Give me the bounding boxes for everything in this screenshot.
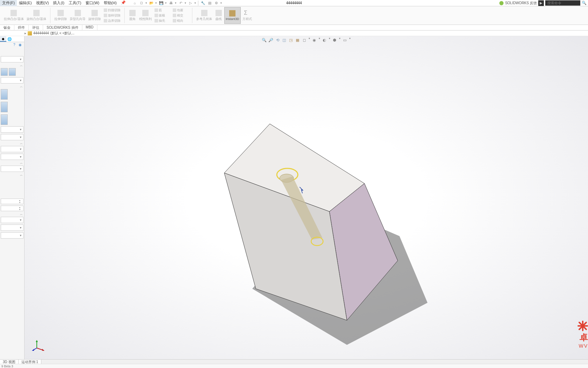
loft-cut-button[interactable]: 放样切除 <box>103 13 122 18</box>
tab-evaluate[interactable]: 评估 <box>29 25 43 30</box>
orientation-triad[interactable] <box>32 338 46 352</box>
feature-tree-tab[interactable]: ◆ <box>0 36 6 42</box>
menu-bar: 文件(F) 编辑(E) 视图(V) 插入(I) 工具(T) 窗口(W) 帮助(H… <box>0 0 588 6</box>
watermark-logo-icon <box>577 321 588 331</box>
section-collapse-3[interactable]: ︿ <box>0 141 24 145</box>
swept-cut-button[interactable]: 扫描切除 <box>103 8 122 13</box>
document-title: 44444444 <box>286 1 302 5</box>
extrude-boss-button[interactable]: 拉伸凸台/基体 <box>3 7 25 24</box>
panel-dropdown-4[interactable]: ▼ <box>1 134 23 140</box>
status-text: 9 Beta 3 <box>1 364 13 368</box>
tab-sheetmetal[interactable]: 钣金 <box>0 25 14 30</box>
mirror-button[interactable]: 镜向 <box>172 18 189 24</box>
option-icon-4[interactable] <box>1 102 8 112</box>
search-icon[interactable]: 🔍 <box>582 1 587 6</box>
watermark: 卓 WV <box>577 321 588 349</box>
menu-help[interactable]: 帮助(H) <box>102 0 119 6</box>
graphics-viewport[interactable]: 🔍 🔎 ⟲ ◫ ◳ ▦ ◻▼ ◉▼ ◐▼ ⬢▼ ▭▼ <box>25 36 588 359</box>
panel-dropdown-1[interactable]: ▼ <box>1 56 23 62</box>
tab-plugins[interactable]: SOLIDWORKS 插件 <box>43 25 82 30</box>
value-input-1[interactable]: ▲▼ <box>1 199 23 204</box>
options-icon[interactable]: ▤ <box>207 0 212 6</box>
revolve-cut-button[interactable]: 旋转切除 <box>87 7 102 24</box>
search-input[interactable] <box>545 0 580 6</box>
option-icon-3[interactable] <box>1 89 8 100</box>
display-tab[interactable]: 🌐 <box>6 36 13 42</box>
extrude-cut-button[interactable]: 拉伸切除 <box>53 7 68 24</box>
option-icon-1[interactable] <box>1 68 8 76</box>
bottom-tab-bar: 3D 视图 运动算例 1 <box>0 359 588 364</box>
panel-dropdown-3[interactable]: ▼ <box>1 126 23 133</box>
panel-dropdown-10[interactable]: ▼ <box>1 232 23 239</box>
section-collapse-1[interactable]: ︿ <box>0 63 24 67</box>
draft-button[interactable]: 拔模 <box>153 13 171 18</box>
menu-window[interactable]: 窗口(W) <box>83 0 102 6</box>
pin-panel-icon[interactable]: ◉ <box>19 43 23 47</box>
menu-edit[interactable]: 编辑(E) <box>17 0 34 6</box>
tab-motion-study[interactable]: 运动算例 1 <box>19 360 41 364</box>
expand-icon[interactable]: ▸ <box>25 31 26 35</box>
rebuild-icon[interactable]: 🔧 <box>200 0 206 6</box>
ribbon-toolbar: 拉伸凸台/基体 旋转凸台/基体 拉伸切除 异型孔向导 旋转切除 扫描切除 放样切… <box>0 6 588 25</box>
svg-marker-10 <box>42 349 45 351</box>
option-icon-2[interactable] <box>9 68 16 76</box>
section-collapse-5[interactable]: ︿ <box>0 173 24 177</box>
new-icon[interactable]: 🗋 <box>139 0 144 6</box>
home-icon[interactable]: ⌂ <box>132 0 138 6</box>
fillet-button[interactable]: 圆角 <box>128 7 137 24</box>
undo-icon[interactable]: ↶ <box>178 0 184 6</box>
curves-button[interactable]: 曲线 <box>214 7 224 24</box>
shell-button[interactable]: 抽壳 <box>153 18 171 24</box>
tab-mbd[interactable]: MBD <box>82 25 97 30</box>
svg-marker-8 <box>36 340 38 342</box>
select-icon[interactable]: ▷ <box>188 0 193 6</box>
pattern-button[interactable]: 线性阵列 <box>138 7 153 24</box>
option-icon-5[interactable] <box>1 114 8 125</box>
panel-dropdown-5[interactable]: ▼ <box>1 146 23 152</box>
value-input-2[interactable]: ▲▼ <box>1 206 23 211</box>
menu-insert[interactable]: 插入(I) <box>51 0 66 6</box>
panel-dropdown-9[interactable]: ▼ <box>1 225 23 231</box>
svg-marker-12 <box>32 349 34 351</box>
boundary-cut-button[interactable]: 边界切除 <box>103 18 122 24</box>
panel-dropdown-8[interactable]: ▼ <box>1 217 23 223</box>
property-manager-panel: ◆ 🌐 ? ◉ ▼ ︿ ▼ ︿ ▼ ▼ ︿ ▼ ▼ ︿ ▼ ︿ ▲▼ ▲▼ ︿ <box>0 36 25 359</box>
watermark-text: 卓 <box>577 332 588 343</box>
breadcrumb-config[interactable]: (默认 < <默认... <box>50 31 75 36</box>
instant3d-button[interactable]: Instant3D <box>224 7 241 24</box>
panel-dropdown-2[interactable]: ▼ <box>1 77 23 83</box>
menu-view[interactable]: 视图(V) <box>34 0 51 6</box>
rib-button[interactable]: 筋 <box>153 8 171 13</box>
panel-dropdown-6[interactable]: ▼ <box>1 154 23 160</box>
tab-3dview[interactable]: 3D 视图 <box>0 360 19 364</box>
search-toggle-icon[interactable]: ▶ <box>538 0 544 6</box>
watermark-sub: WV <box>577 343 588 349</box>
settings-icon[interactable]: ⚙ <box>213 0 219 6</box>
menu-file[interactable]: 文件(F) <box>0 0 17 6</box>
intersect-button[interactable]: 相交 <box>172 13 189 18</box>
open-icon[interactable]: 📂 <box>149 0 154 6</box>
menu-tools[interactable]: 工具(T) <box>67 0 83 6</box>
hole-wizard-button[interactable]: 异型孔向导 <box>69 7 87 24</box>
feedback-icon[interactable] <box>499 1 504 5</box>
print-icon[interactable]: 🖶 <box>168 0 174 6</box>
save-icon[interactable]: 💾 <box>158 0 164 6</box>
breadcrumb-bar: ▸ 44444444 (默认 < <默认... <box>0 31 588 36</box>
part-icon <box>28 31 32 35</box>
panel-dropdown-7[interactable]: ▼ <box>1 166 23 172</box>
section-collapse-4[interactable]: ︿ <box>0 161 24 165</box>
tab-weldment[interactable]: 焊件 <box>14 25 29 30</box>
pin-icon[interactable]: 📌 <box>119 0 128 6</box>
brand-label: SOLIDWORKS 反馈 <box>505 1 537 6</box>
section-collapse-2[interactable]: ︿ <box>0 84 24 88</box>
help-icon[interactable]: ? <box>13 43 18 47</box>
quick-access-toolbar: ⌂ 🗋▼ 📂▼ 💾▼ 🖶▼ ↶▼ ▷▼ 🔧 ▤ ⚙▼ <box>132 0 223 6</box>
wrap-button[interactable]: 包覆 <box>172 8 189 13</box>
section-collapse-6[interactable]: ︿ <box>0 212 24 216</box>
ref-geometry-button[interactable]: 参考几何体 <box>195 7 213 24</box>
command-tab-bar: 钣金 焊件 评估 SOLIDWORKS 插件 MBD <box>0 25 588 31</box>
equation-button[interactable]: Σ方程式 <box>241 7 253 24</box>
revolve-boss-button[interactable]: 旋转凸台/基体 <box>26 7 48 24</box>
breadcrumb-name[interactable]: 44444444 <box>33 31 49 35</box>
3d-model[interactable] <box>25 36 588 359</box>
